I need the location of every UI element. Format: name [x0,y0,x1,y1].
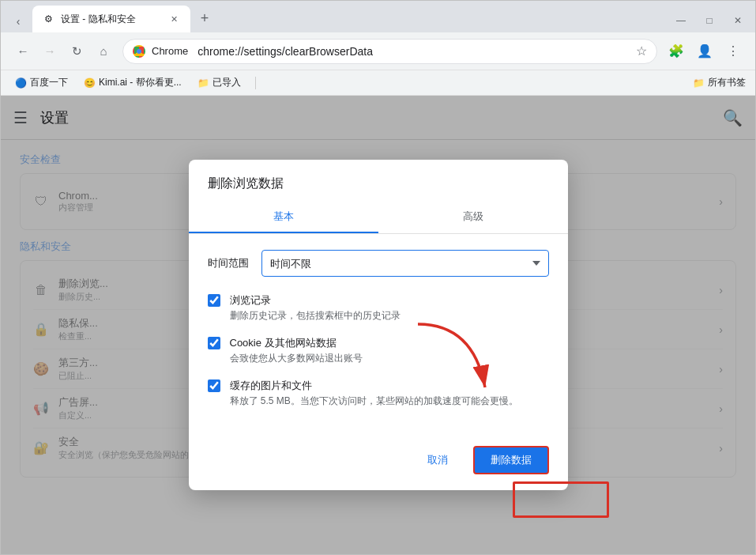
bookmark-baidu[interactable]: 🔵 百度一下 [10,74,73,91]
tab-back-icon[interactable]: ‹ [7,10,29,32]
dialog-footer: 取消 删除数据 [189,436,568,490]
forward-button[interactable]: → [37,39,62,64]
checkbox-text-cache: 缓存的图片和文件 释放了 5.5 MB。当您下次访问时，某些网站的加载速度可能会… [230,378,549,408]
toolbar-actions: 🧩 👤 ⋮ [664,39,746,64]
dialog-title: 删除浏览数据 [189,160,568,202]
reload-button[interactable]: ↻ [64,39,89,64]
tab-favicon-icon: ⚙ [42,13,55,25]
address-bar: ← → ↻ ⌂ Chrome ☆ 🧩 👤 ⋮ [1,32,755,70]
modal-overlay: 删除浏览数据 基本 高级 时间范围 时间不限 过去1小时 过去24小时 过去7天 [1,96,755,554]
minimize-button[interactable]: — [670,13,692,28]
bookmark-kimi-label: Kimi.ai - 帮你看更... [99,76,182,89]
all-bookmarks-folder-icon: 📁 [693,77,705,89]
bookmarks-bar: 🔵 百度一下 😊 Kimi.ai - 帮你看更... 📁 已导入 📁 所有书签 [1,70,755,96]
maximize-button[interactable]: □ [698,13,720,28]
clear-browser-data-dialog: 删除浏览数据 基本 高级 时间范围 时间不限 过去1小时 过去24小时 过去7天 [189,160,568,490]
home-button[interactable]: ⌂ [91,39,116,64]
tab-basic[interactable]: 基本 [189,202,378,233]
time-range-label: 时间范围 [208,256,249,270]
nav-buttons: ← → ↻ ⌂ [10,39,116,64]
omnibox[interactable]: Chrome ☆ [122,39,657,64]
chrome-logo-icon [133,45,145,58]
history-checkbox-desc: 删除历史记录，包括搜索框中的历史记录 [230,309,549,323]
dialog-body: 时间范围 时间不限 过去1小时 过去24小时 过去7天 过去4周 [189,234,568,436]
cookies-checkbox-desc: 会致使您从大多数网站退出账号 [230,352,549,365]
bookmark-imported[interactable]: 📁 已导入 [193,74,246,91]
window-controls: — □ ✕ [670,13,749,28]
page-content: ☰ 设置 🔍 安全检查 🛡 Chrom... 内容管理 › [1,96,755,554]
cache-checkbox-label[interactable]: 缓存的图片和文件 [230,379,312,391]
cancel-button[interactable]: 取消 [412,446,464,474]
cookies-checkbox-label[interactable]: Cookie 及其他网站数据 [230,337,337,349]
tab-advanced[interactable]: 高级 [378,202,568,233]
tab-title: 设置 - 隐私和安全 [61,13,160,26]
browser-window: ‹ ⚙ 设置 - 隐私和安全 ✕ + — □ ✕ ← → ↻ ⌂ Chrome … [0,0,756,555]
checkbox-row-cache: 缓存的图片和文件 释放了 5.5 MB。当您下次访问时，某些网站的加载速度可能会… [208,378,549,408]
checkbox-text-cookies: Cookie 及其他网站数据 会致使您从大多数网站退出账号 [230,335,549,365]
folder-icon: 📁 [197,77,209,89]
history-checkbox-label[interactable]: 浏览记录 [230,294,271,306]
bookmark-imported-label: 已导入 [213,76,241,89]
all-bookmarks-label: 所有书签 [708,76,746,89]
checkbox-row-history: 浏览记录 删除历史记录，包括搜索框中的历史记录 [208,293,549,323]
url-prefix: Chrome [152,45,188,57]
chrome-favicon-icon [133,45,145,58]
checkbox-row-cookies: Cookie 及其他网站数据 会致使您从大多数网站退出账号 [208,335,549,365]
new-tab-button[interactable]: + [194,7,216,29]
checkbox-text-history: 浏览记录 删除历史记录，包括搜索框中的历史记录 [230,293,549,323]
baidu-icon: 🔵 [15,77,27,89]
extensions-button[interactable]: 🧩 [664,39,689,64]
all-bookmarks-folder[interactable]: 📁 所有书签 [693,76,746,89]
tab-bar: ‹ ⚙ 设置 - 隐私和安全 ✕ + — □ ✕ [1,1,755,32]
cache-checkbox[interactable] [208,379,220,392]
time-range-row: 时间范围 时间不限 过去1小时 过去24小时 过去7天 过去4周 [208,250,549,277]
close-button[interactable]: ✕ [727,13,749,28]
profile-button[interactable]: 👤 [692,39,717,64]
bookmark-baidu-label: 百度一下 [30,76,68,89]
back-button[interactable]: ← [10,39,36,64]
history-checkbox[interactable] [208,294,220,307]
active-tab[interactable]: ⚙ 设置 - 隐私和安全 ✕ [32,6,190,32]
tab-close-button[interactable]: ✕ [167,12,181,26]
kimi-avatar-icon: 😊 [84,77,96,89]
bookmark-star-icon[interactable]: ☆ [636,43,647,59]
cache-checkbox-desc: 释放了 5.5 MB。当您下次访问时，某些网站的加载速度可能会更慢。 [230,395,549,408]
url-input[interactable] [197,45,630,58]
delete-data-button[interactable]: 删除数据 [473,446,549,474]
menu-button[interactable]: ⋮ [720,39,746,64]
cookies-checkbox[interactable] [208,337,220,349]
bookmarks-divider [255,77,256,89]
bookmark-kimi[interactable]: 😊 Kimi.ai - 帮你看更... [79,74,186,91]
time-range-select[interactable]: 时间不限 过去1小时 过去24小时 过去7天 过去4周 [261,250,549,277]
dialog-tabs: 基本 高级 [189,202,568,234]
